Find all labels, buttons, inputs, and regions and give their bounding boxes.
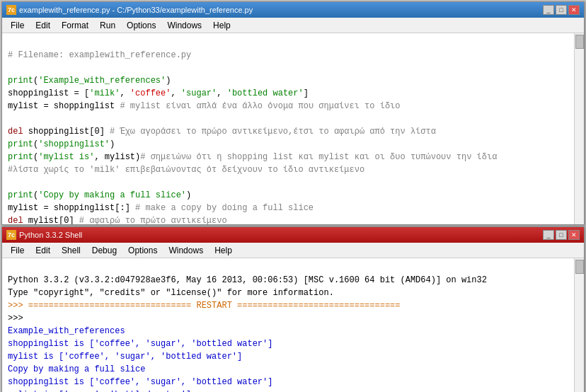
editor-title-bar: 7c examplewith_reference.py - C:/Python3… <box>2 2 584 18</box>
shell-title-bar: 7c Python 3.3.2 Shell _ □ ✕ <box>2 227 584 243</box>
shell-window: 7c Python 3.3.2 Shell _ □ ✕ File Edit Sh… <box>1 226 585 392</box>
shell-minimize-button[interactable]: _ <box>543 230 554 240</box>
menu-windows[interactable]: Windows <box>161 19 207 32</box>
editor-title-text: examplewith_reference.py - C:/Python33/e… <box>19 6 253 14</box>
shell-menu-edit[interactable]: Edit <box>30 244 56 257</box>
editor-window: 7c examplewith_reference.py - C:/Python3… <box>1 1 585 225</box>
shell-menu-bar: File Edit Shell Debug Options Windows He… <box>2 243 584 258</box>
editor-scrollbar[interactable] <box>574 33 584 224</box>
shell-menu-debug[interactable]: Debug <box>86 244 122 257</box>
shell-menu-windows[interactable]: Windows <box>163 244 209 257</box>
editor-title-buttons: _ □ ✕ <box>543 5 580 15</box>
editor-icon: 7c <box>6 5 16 15</box>
shell-title-text: Python 3.3.2 Shell <box>19 231 82 239</box>
menu-options[interactable]: Options <box>121 19 161 32</box>
shell-scrollbar[interactable] <box>574 258 584 392</box>
menu-help[interactable]: Help <box>207 19 236 32</box>
editor-close-button[interactable]: ✕ <box>568 5 580 15</box>
editor-minimize-button[interactable]: _ <box>543 5 554 15</box>
editor-menu-bar: File Edit Format Run Options Windows Hel… <box>2 18 584 33</box>
code-editor-area[interactable]: # Filename: examplewith_reference.py pri… <box>2 33 584 224</box>
menu-edit[interactable]: Edit <box>30 19 56 32</box>
menu-format[interactable]: Format <box>56 19 94 32</box>
shell-title-buttons: _ □ ✕ <box>543 230 580 240</box>
shell-close-button[interactable]: ✕ <box>568 230 580 240</box>
shell-content: Python 3.3.2 (v3.3.2:d047928ae3f6, May 1… <box>2 258 584 392</box>
menu-file[interactable]: File <box>5 19 30 32</box>
menu-run[interactable]: Run <box>94 19 121 32</box>
code-content: # Filename: examplewith_reference.py pri… <box>2 33 584 224</box>
shell-menu-file[interactable]: File <box>5 244 30 257</box>
shell-menu-shell[interactable]: Shell <box>56 244 86 257</box>
shell-maximize-button[interactable]: □ <box>556 230 567 240</box>
shell-menu-help[interactable]: Help <box>209 244 238 257</box>
shell-menu-options[interactable]: Options <box>122 244 163 257</box>
shell-icon: 7c <box>6 230 16 240</box>
shell-output-area[interactable]: Python 3.3.2 (v3.3.2:d047928ae3f6, May 1… <box>2 258 584 392</box>
editor-maximize-button[interactable]: □ <box>556 5 567 15</box>
